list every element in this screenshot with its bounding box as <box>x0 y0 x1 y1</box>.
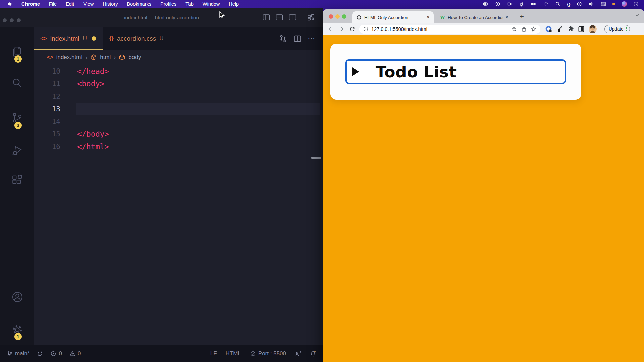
code-line-current[interactable]: 13 <box>34 103 323 116</box>
vscode-window: index.html — html-only-accordion 1 3 <box>0 8 323 362</box>
mouse-cursor <box>219 11 225 19</box>
code-braces-icon[interactable]: {} <box>567 2 570 7</box>
unsaved-dot-icon[interactable] <box>92 36 96 41</box>
tab-label: accordion.css <box>117 35 156 42</box>
apple-menu-icon[interactable] <box>7 1 12 7</box>
tab-index-html[interactable]: <> index.html U <box>34 27 103 50</box>
menu-profiles[interactable]: Profiles <box>160 1 176 7</box>
code-line[interactable]: 15</body> <box>34 128 323 141</box>
chrome-tabstrip: HTML Only Accordion × W How To Create an… <box>323 9 644 23</box>
language-mode[interactable]: HTML <box>226 350 241 357</box>
menu-chrome[interactable]: Chrome <box>21 1 40 7</box>
site-info-icon[interactable] <box>363 26 368 32</box>
code-line[interactable]: 14 <box>34 115 323 128</box>
menu-bookmarks[interactable]: Bookmarks <box>127 1 151 7</box>
errors-indicator[interactable]: 0 <box>50 350 62 357</box>
record-circle-icon[interactable] <box>495 1 500 7</box>
wifi-icon[interactable] <box>543 1 549 7</box>
breadcrumb-file[interactable]: index.html <box>56 54 82 61</box>
search-icon[interactable] <box>11 77 23 89</box>
split-editor-icon[interactable] <box>293 35 302 43</box>
close-tab-icon[interactable]: × <box>505 15 508 20</box>
toggle-panel-bottom-icon[interactable] <box>275 13 283 21</box>
rocket-icon[interactable] <box>519 1 524 7</box>
extensions-puzzle-icon[interactable] <box>568 26 574 32</box>
menu-view[interactable]: View <box>83 1 94 7</box>
accordion-summary[interactable]: Todo List <box>345 59 566 84</box>
profile-avatar[interactable] <box>589 25 597 33</box>
code-editor[interactable]: 10</head> 11<body> 12 13 14 15</body> 16… <box>34 65 323 345</box>
tab-search-chevron-icon[interactable] <box>635 14 639 17</box>
warnings-indicator[interactable]: 0 <box>69 350 81 357</box>
chevron-right-icon: › <box>114 54 116 61</box>
explorer-badge: 1 <box>14 55 22 63</box>
zoom-in-icon[interactable] <box>512 26 517 32</box>
chrome-minimize-button[interactable] <box>335 14 340 19</box>
new-tab-button[interactable]: + <box>520 12 524 21</box>
vscode-tabbar: <> index.html U {} accordion.css U ⋯ <box>34 27 323 50</box>
menu-history[interactable]: History <box>103 1 118 7</box>
more-actions-icon[interactable]: ⋯ <box>308 34 316 43</box>
menu-file[interactable]: File <box>49 1 57 7</box>
live-server-port[interactable]: Port : 5500 <box>250 350 286 357</box>
control-center-icon[interactable] <box>600 1 606 7</box>
git-branch-indicator[interactable]: main* <box>7 350 30 357</box>
toggle-panel-right-icon[interactable] <box>288 13 297 21</box>
vscode-titlebar: index.html — html-only-accordion <box>0 8 323 27</box>
battery-charging-icon[interactable] <box>531 1 537 7</box>
code-line[interactable]: 10</head> <box>34 65 323 78</box>
code-line[interactable]: 12 <box>34 90 323 103</box>
menu-window[interactable]: Window <box>203 1 220 7</box>
compare-changes-icon[interactable] <box>279 34 287 43</box>
video-camera-icon[interactable] <box>507 1 513 7</box>
update-button[interactable]: Update <box>604 25 630 33</box>
sync-changes-icon[interactable] <box>37 351 43 357</box>
reload-icon[interactable] <box>349 26 355 32</box>
dark-mode-extension-icon[interactable] <box>578 26 584 32</box>
modified-indicator: U <box>83 35 87 42</box>
forward-icon[interactable] <box>338 26 344 32</box>
code-line[interactable]: 16</html> <box>34 140 323 153</box>
macos-menubar: Chrome File Edit View History Bookmarks … <box>0 0 644 8</box>
extension-lock-icon[interactable] <box>545 25 552 33</box>
tab-accordion-css[interactable]: {} accordion.css U <box>103 27 170 50</box>
accordion-title: Todo List <box>376 63 457 81</box>
clock-icon[interactable] <box>633 1 639 7</box>
run-debug-icon[interactable] <box>11 144 23 157</box>
chrome-close-button[interactable] <box>329 14 333 19</box>
chrome-zoom-button[interactable] <box>342 14 346 19</box>
menu-edit[interactable]: Edit <box>66 1 74 7</box>
siri-icon[interactable] <box>622 1 627 7</box>
volume-icon[interactable] <box>588 1 594 7</box>
extensions-icon[interactable] <box>11 174 23 186</box>
code-line[interactable]: 11<body> <box>34 78 323 90</box>
bookmark-star-icon[interactable] <box>531 26 536 32</box>
breadcrumb-html[interactable]: html <box>100 54 111 61</box>
globe-favicon <box>356 15 362 20</box>
address-bar[interactable]: 127.0.0.1:5500/index.html <box>359 25 540 34</box>
share-icon[interactable] <box>521 26 527 32</box>
eol-indicator[interactable]: LF <box>210 350 217 357</box>
remote-feedback-icon[interactable] <box>295 351 301 357</box>
play-circle-icon[interactable] <box>577 1 582 7</box>
customize-layout-icon[interactable] <box>307 13 315 21</box>
back-icon[interactable] <box>328 26 334 32</box>
w3schools-favicon: W <box>440 15 445 20</box>
css-file-icon: {} <box>109 35 114 42</box>
account-icon[interactable] <box>11 291 24 303</box>
color-picker-extension-icon[interactable] <box>556 26 563 33</box>
symbol-cube-icon <box>90 54 97 61</box>
screen-record-camera-icon[interactable] <box>483 1 489 7</box>
webpage: Todo List <box>323 35 644 362</box>
breadcrumb-body[interactable]: body <box>128 54 141 61</box>
toggle-panel-left-icon[interactable] <box>262 13 270 21</box>
browser-tab-active[interactable]: HTML Only Accordion × <box>352 11 434 23</box>
menu-help[interactable]: Help <box>229 1 239 7</box>
line-number: 10 <box>34 67 60 75</box>
spotlight-search-icon[interactable] <box>555 1 560 7</box>
close-tab-icon[interactable]: × <box>427 15 430 20</box>
editor-scrollbar-handle[interactable] <box>311 157 321 159</box>
notifications-bell-icon[interactable] <box>310 351 316 357</box>
menu-tab[interactable]: Tab <box>185 1 193 7</box>
browser-tab[interactable]: W How To Create an Accordion × <box>436 11 513 23</box>
